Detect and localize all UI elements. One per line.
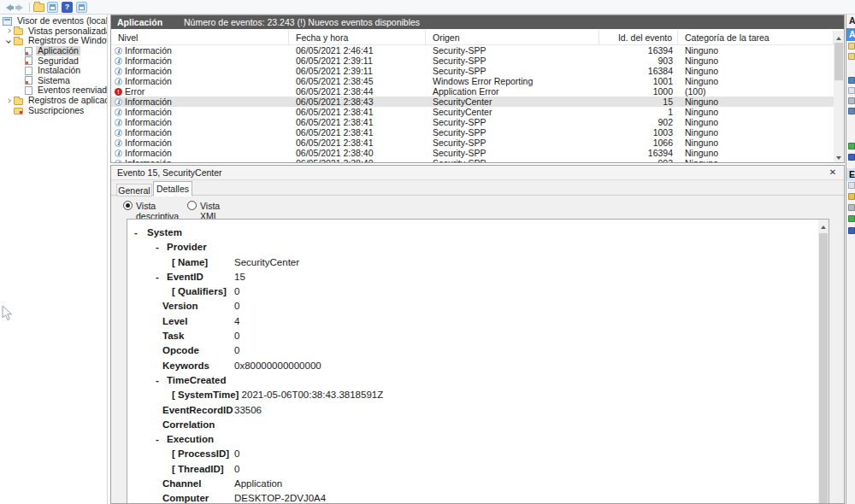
scroll-down-icon[interactable] (834, 151, 844, 162)
info-icon: i (115, 78, 122, 85)
detail-value: 33506 (234, 405, 262, 415)
column-header-fecha-y-hora[interactable]: Fecha y hora (289, 30, 426, 44)
back-arrow-icon[interactable] (3, 3, 14, 14)
table-row[interactable]: iInformación06/05/2021 2:46:41Security-S… (111, 45, 834, 56)
close-icon[interactable]: ✕ (827, 167, 839, 179)
open-saved-log-folder-icon[interactable] (33, 3, 44, 12)
event-properties-icon[interactable] (848, 182, 855, 189)
actions-section-application[interactable]: A (846, 28, 855, 41)
detail-row-correlation: Correlation (127, 419, 818, 433)
table-row[interactable]: iInformación06/05/2021 2:38:43SecurityCe… (111, 97, 834, 107)
table-row[interactable]: iInformación06/05/2021 2:39:11Security-S… (111, 56, 834, 66)
table-row[interactable]: iInformación06/05/2021 2:38:41Security-S… (111, 138, 834, 148)
sidebar-item-suscripciones[interactable]: Suscripciones (0, 105, 107, 115)
create-custom-view-icon[interactable] (848, 53, 855, 60)
column-header-origen[interactable]: Origen (426, 30, 599, 44)
collapse-dash-icon[interactable]: - (156, 242, 159, 252)
detail-row-system: -System (127, 226, 818, 241)
event-level-label: Información (125, 56, 172, 66)
event-source: Application Error (426, 86, 599, 97)
detail-label: EventRecordID (162, 405, 233, 415)
tab-detalles[interactable]: Detalles (153, 181, 192, 196)
sidebar-item-eventos-reenviados[interactable]: Eventos reenviados (0, 85, 107, 96)
sidebar-item-seguridad[interactable]: Seguridad (0, 56, 107, 66)
table-row[interactable]: iInformación06/05/2021 2:38:40Security-S… (111, 158, 834, 162)
table-row[interactable]: iInformación06/05/2021 2:38:40Security-S… (111, 148, 834, 158)
detail-label: [ ThreadID] (172, 464, 224, 474)
event-level-cell: iInformación (111, 148, 289, 158)
detail-label: Task (162, 331, 184, 341)
radio-vista-descriptiva[interactable] (123, 201, 133, 210)
show-console-tree-toggle-icon[interactable] (47, 2, 58, 13)
chevron-expanded-icon[interactable] (3, 37, 14, 45)
sidebar-item-visor-de-eventos-local[interactable]: Visor de eventos (local) (0, 16, 107, 26)
help-icon[interactable]: ? (62, 2, 73, 13)
table-row[interactable]: iInformación06/05/2021 2:38:41Security-S… (111, 117, 834, 127)
event-source: Security-SPP (426, 56, 599, 66)
sidebar-item-vistas-personalizadas[interactable]: Vistas personalizadas (0, 26, 107, 37)
table-row[interactable]: iInformación06/05/2021 2:38:45Windows Er… (111, 76, 834, 86)
event-source: Security-SPP (426, 127, 599, 138)
open-saved-log-icon[interactable] (848, 43, 855, 50)
copy-icon[interactable] (848, 204, 855, 211)
event-id: 1003 (599, 127, 678, 138)
detail-scrollbar-thumb[interactable] (819, 233, 828, 504)
event-category: Ninguno (678, 56, 834, 66)
event-level-cell: iInformación (111, 107, 289, 117)
event-datetime: 06/05/2021 2:39:11 (289, 66, 426, 76)
chevron-collapsed-icon[interactable] (3, 97, 14, 105)
attach-task-icon[interactable] (848, 193, 855, 200)
refresh-event-icon[interactable] (848, 215, 855, 222)
event-level-cell: iInformación (111, 56, 289, 66)
table-row[interactable]: iInformación06/05/2021 2:38:41SecurityCe… (111, 107, 834, 117)
help-event-icon[interactable] (848, 227, 855, 234)
show-action-pane-toggle-icon[interactable] (76, 2, 87, 13)
table-row[interactable]: !Error06/05/2021 2:38:44Application Erro… (111, 86, 834, 97)
scroll-up-icon[interactable] (834, 31, 844, 42)
properties-icon[interactable] (848, 108, 855, 114)
column-header-nivel[interactable]: Nivel (111, 30, 289, 44)
sidebar-item-sistema[interactable]: Sistema (0, 76, 107, 86)
detail-label: EventID (167, 272, 203, 282)
table-row[interactable]: iInformación06/05/2021 2:38:41Security-S… (111, 127, 834, 138)
help-icon[interactable] (848, 154, 855, 161)
detail-row-timecreated: -TimeCreated (127, 374, 818, 389)
events-scrollbar[interactable] (834, 31, 844, 162)
collapse-dash-icon[interactable]: - (156, 272, 159, 282)
event-source: Security-SPP (426, 45, 599, 56)
tree-item-label: Seguridad (36, 56, 80, 66)
forward-arrow-icon[interactable] (15, 3, 27, 14)
sidebar-item-registros-de-aplicaciones-y-s[interactable]: Registros de aplicaciones y s (0, 96, 107, 106)
collapse-dash-icon[interactable]: - (134, 227, 138, 237)
scroll-up-icon[interactable] (818, 220, 828, 231)
refresh-icon[interactable] (848, 143, 855, 149)
detail-value: Application (234, 478, 282, 489)
sidebar-item-registros-de-windows[interactable]: Registros de Windows (0, 36, 107, 46)
event-source: Security-SPP (426, 138, 599, 148)
event-category: Ninguno (678, 97, 834, 107)
actions-section-event[interactable]: E (846, 168, 855, 181)
filter-current-log-icon[interactable] (848, 97, 855, 104)
subscriptions-folder-icon (14, 108, 23, 114)
sidebar-item-aplicaci-n[interactable]: Aplicación (0, 46, 107, 56)
events-scrollbar-thumb[interactable] (834, 43, 843, 80)
tab-general[interactable]: General (116, 184, 152, 196)
detail-value: 0 (234, 345, 239, 355)
import-custom-view-icon[interactable] (848, 77, 855, 84)
clear-log-icon[interactable] (848, 87, 855, 94)
detail-scrollbar[interactable] (818, 220, 828, 504)
sidebar-item-instalaci-n[interactable]: Instalación (0, 66, 107, 76)
detail-row-computer: ComputerDESKTOP-2DVJ0A4 (127, 492, 818, 504)
table-row[interactable]: iInformación06/05/2021 2:39:11Security-S… (111, 66, 834, 76)
log-plain-icon (25, 67, 32, 75)
column-header-id-del-evento[interactable]: Id. del evento (599, 30, 678, 44)
event-level-label: Información (125, 66, 172, 76)
radio-vista-xml[interactable] (187, 201, 197, 210)
tree-item-label: Vistas personalizadas (27, 26, 108, 36)
collapse-dash-icon[interactable]: - (156, 434, 159, 444)
column-header-categor-a-de-la-tarea[interactable]: Categoría de la tarea (678, 30, 834, 44)
chevron-collapsed-icon[interactable] (3, 26, 14, 35)
event-source: SecurityCenter (426, 97, 599, 107)
event-id: 1000 (599, 86, 678, 97)
collapse-dash-icon[interactable]: - (156, 375, 159, 385)
